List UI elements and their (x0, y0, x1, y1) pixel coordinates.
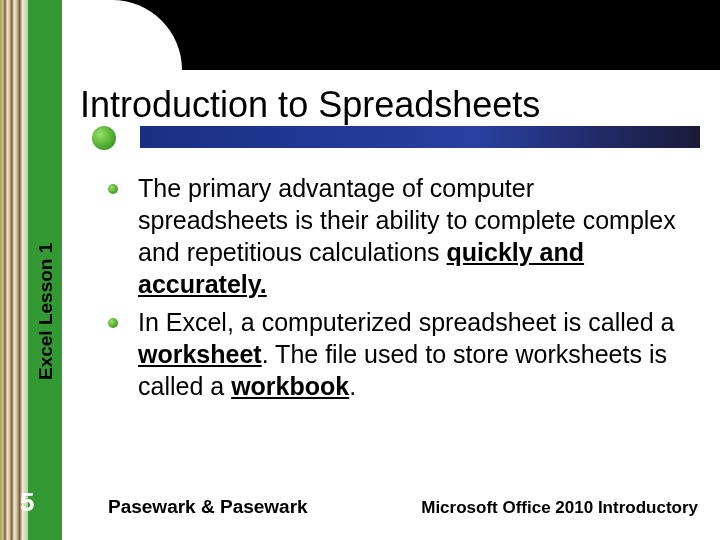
emphasis-text: workbook (231, 372, 349, 400)
slide: Excel Lesson 1 Introduction to Spreadshe… (0, 0, 720, 540)
emphasis-text: worksheet (138, 340, 262, 368)
bullet-list: The primary advantage of computer spread… (108, 172, 688, 408)
text-segment: The primary advantage of computer spread… (138, 174, 676, 266)
accent-dot-icon (92, 126, 116, 150)
footer-left: Pasewark & Pasewark (108, 496, 308, 518)
bullet-dot-icon (108, 184, 118, 194)
bullet-text: In Excel, a computerized spreadsheet is … (138, 306, 688, 402)
page-number: 5 (20, 487, 34, 518)
text-segment: . (349, 372, 356, 400)
footer-right: Microsoft Office 2010 Introductory (421, 498, 698, 518)
list-item: In Excel, a computerized spreadsheet is … (108, 306, 688, 402)
bullet-text: The primary advantage of computer spread… (138, 172, 688, 300)
text-segment: In Excel, a computerized spreadsheet is … (138, 308, 674, 336)
side-label: Excel Lesson 1 (35, 243, 57, 380)
slide-heading: Introduction to Spreadsheets (80, 84, 540, 126)
sidebar-art (0, 0, 28, 540)
heading-underline (140, 126, 700, 148)
bullet-dot-icon (108, 318, 118, 328)
list-item: The primary advantage of computer spread… (108, 172, 688, 300)
